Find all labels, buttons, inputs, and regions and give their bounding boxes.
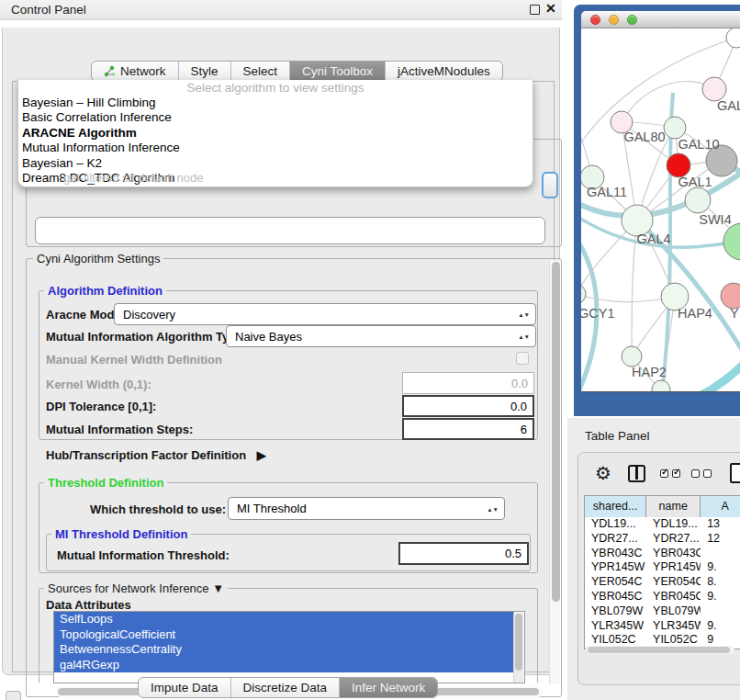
network-node-hap2[interactable] <box>622 346 642 367</box>
kernel-width-field[interactable]: 0.0 <box>402 372 534 394</box>
zoom-traffic-light[interactable] <box>627 15 637 25</box>
checked-columns-icon[interactable] <box>660 469 680 478</box>
table-row[interactable]: YER054CYER054C8. <box>585 575 740 590</box>
network-window-frame[interactable]: GALGAL80GAL10GAL1GAL11SWI4GAL4GCY1HAP4YH… <box>574 5 740 416</box>
settings-vertical-scrollbar[interactable] <box>549 260 560 684</box>
node-label: GAL11 <box>587 185 627 199</box>
table-row[interactable]: YBL079WYBL079W <box>585 604 740 619</box>
network-node-swi4[interactable] <box>685 187 711 213</box>
table-row[interactable]: YDL19...YDL19...13 <box>585 517 740 532</box>
data-attributes-label: Data Attributes <box>46 598 131 612</box>
network-window-titlebar[interactable] <box>581 11 740 28</box>
table-cell: YPR145W <box>585 560 646 575</box>
table-row[interactable]: YDR27...YDR27...12 <box>585 532 740 547</box>
hub-definition-toggle[interactable]: Hub/Transcription Factor Definition ▶ <box>46 448 266 462</box>
attributes-scrollbar[interactable] <box>513 613 523 683</box>
gear-icon[interactable]: ⚙ <box>595 462 611 484</box>
node-table[interactable]: shared...nameA YDL19...YDL19...13YDR27..… <box>584 495 740 649</box>
algorithm-definition-title: Algorithm Definition <box>44 284 166 298</box>
tab-network[interactable]: Network <box>92 62 179 81</box>
network-canvas[interactable]: GALGAL80GAL10GAL1GAL11SWI4GAL4GCY1HAP4YH… <box>581 28 740 392</box>
table-panel-region: Table Panel ⚙ shared...nameA YDL19...YDL… <box>567 418 740 700</box>
cyni-settings-title: Cyni Algorithm Settings <box>33 252 163 265</box>
screen: Control Panel ✕ NetworkStyleSelectCyni T… <box>0 0 740 700</box>
table-row[interactable]: YBR043CYBR043C <box>585 547 740 561</box>
dpi-tolerance-field[interactable]: 0.0 <box>402 395 534 417</box>
table-cell: YBL079W <box>646 604 701 619</box>
which-threshold-combo[interactable]: MI Threshold ▲▼ <box>228 497 505 520</box>
table-cell <box>701 604 740 619</box>
manual-kernel-checkbox[interactable] <box>516 352 529 365</box>
attribute-item[interactable]: BetweennessCentrality <box>54 642 514 658</box>
network-node[interactable] <box>726 28 740 48</box>
tab-jactivemnodules[interactable]: jActiveMNodules <box>386 62 502 81</box>
tab-discretize-data[interactable]: Discretize Data <box>231 678 341 697</box>
mi-algorithm-type-label: Mutual Information Algorithm Type: <box>46 330 247 344</box>
table-row[interactable]: YLR345WYLR345W9. <box>585 619 740 634</box>
file-icon[interactable] <box>730 463 740 483</box>
table-cell: YPR145W <box>646 560 701 575</box>
algorithm-option[interactable]: Basic Correlation Inference <box>18 110 533 125</box>
data-attributes-list[interactable]: SelfLoopsTopologicalCoefficientBetweenne… <box>53 611 525 683</box>
network-node-gal10[interactable] <box>664 117 686 139</box>
minimize-traffic-light[interactable] <box>609 15 619 25</box>
spinner-arrows-icon: ▲▼ <box>518 334 530 339</box>
algorithm-combo-arrow-button[interactable] <box>542 172 558 198</box>
control-panel-header: Control Panel ✕ <box>0 0 562 20</box>
node-label: GAL1 <box>678 175 712 189</box>
mi-steps-field[interactable]: 6 <box>402 418 534 440</box>
table-cell: 9. <box>701 560 740 575</box>
tab-cyni-toolbox[interactable]: Cyni Toolbox <box>290 62 386 81</box>
mi-threshold-field[interactable]: 0.5 <box>398 542 529 565</box>
minimized-panel-icon[interactable] <box>6 691 21 700</box>
table-panel: ⚙ shared...nameA YDL19...YDL19...13YDR27… <box>577 452 740 685</box>
split-view-icon[interactable] <box>628 465 645 482</box>
mi-steps-label: Mutual Information Steps: <box>46 423 193 436</box>
aracne-mode-combo[interactable]: Discovery ▲▼ <box>114 303 536 325</box>
expanded-arrow-icon: ▼ <box>212 581 224 595</box>
table-cell: YBR043C <box>585 547 646 561</box>
close-icon[interactable]: ✕ <box>545 1 556 16</box>
bottom-tabs: Impute DataDiscretize DataInfer Network <box>138 677 438 698</box>
node-label: GCY1 <box>581 306 615 321</box>
tab-select[interactable]: Select <box>231 62 291 81</box>
algorithm-option[interactable]: Mutual Information Inference <box>18 141 533 155</box>
column-header[interactable]: A <box>701 496 740 517</box>
unchecked-columns-icon[interactable] <box>691 469 712 478</box>
table-cell: YLR345W <box>646 619 701 634</box>
table-cell: YBL079W <box>585 604 646 619</box>
network-node-gcy1[interactable] <box>581 284 586 304</box>
table-cell: YLR345W <box>585 619 646 634</box>
table-row[interactable]: YBR045CYBR045C9. <box>585 590 740 604</box>
float-window-icon[interactable] <box>530 5 540 15</box>
mi-algorithm-type-combo[interactable]: Naive Bayes ▲▼ <box>226 325 536 347</box>
node-label: GAL <box>717 98 740 113</box>
tab-style[interactable]: Style <box>179 62 231 81</box>
close-traffic-light[interactable] <box>590 15 600 25</box>
dropdown-placeholder: Select algorithm to view settings <box>18 80 533 96</box>
algorithm-option[interactable]: ARACNE Algorithm <box>18 126 533 141</box>
column-header[interactable]: shared... <box>585 496 646 517</box>
network-node[interactable] <box>723 223 740 260</box>
tab-impute-data[interactable]: Impute Data <box>139 678 231 697</box>
network-node-labels: GALGAL80GAL10GAL1GAL11SWI4GAL4GCY1HAP4YH… <box>581 98 740 379</box>
table-horizontal-scrollbar[interactable] <box>586 646 734 654</box>
column-header[interactable]: name <box>646 496 701 517</box>
tab-infer-network[interactable]: Infer Network <box>340 678 437 697</box>
table-body: YDL19...YDL19...13YDR27...YDR27...12YBR0… <box>585 517 740 648</box>
algorithm-option[interactable]: Bayesian – Hill Climbing <box>18 96 533 110</box>
attribute-item[interactable]: gal4RGexp <box>54 658 514 673</box>
control-panel-body: NetworkStyleSelectCyni ToolboxjActiveMNo… <box>2 28 560 675</box>
network-node-y[interactable] <box>721 283 740 309</box>
attribute-item[interactable]: TopologicalCoefficient <box>54 627 514 643</box>
network-combo[interactable] <box>35 217 545 244</box>
attribute-item[interactable]: SelfLoops <box>54 612 514 627</box>
sources-title[interactable]: Sources for Network Inference ▼ <box>44 581 228 595</box>
table-cell: 12 <box>701 532 740 547</box>
table-cell: YDR27... <box>646 532 701 547</box>
algorithm-option[interactable]: Bayesian – K2 <box>18 156 533 171</box>
mi-algorithm-type-value: Naive Bayes <box>235 330 302 344</box>
network-node[interactable] <box>652 380 670 392</box>
algorithm-option[interactable]: Dream8 DC_TDC Algorithm <box>18 171 533 186</box>
table-row[interactable]: YPR145WYPR145W9. <box>585 560 740 575</box>
